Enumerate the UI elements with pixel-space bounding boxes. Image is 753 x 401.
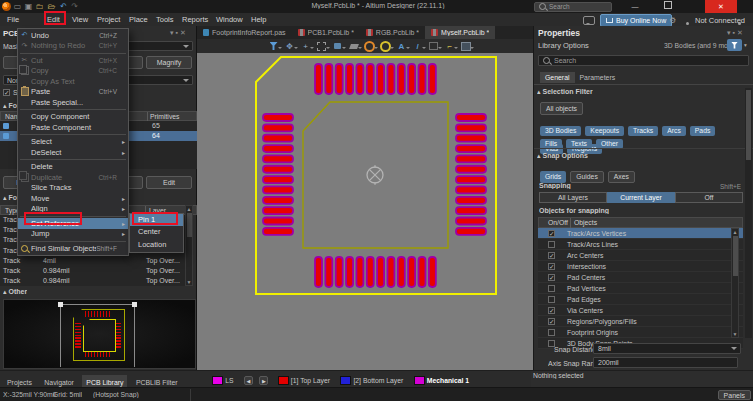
home-icon[interactable]: ⌂ (658, 16, 663, 25)
menu-item-align[interactable]: Align▸ (18, 204, 128, 215)
place-line-icon[interactable]: / (412, 41, 423, 52)
menu-project[interactable]: Project (93, 13, 124, 27)
selection-filter-icon[interactable] (268, 41, 279, 52)
menu-item-set-reference[interactable]: Set Reference▸ (18, 218, 128, 229)
undo-quick-icon[interactable]: ↶ (59, 2, 68, 11)
move-icon[interactable]: ✥ (284, 41, 295, 52)
checkbox-icon[interactable]: ✓ (548, 307, 555, 314)
dimension-icon[interactable]: ⌐ (444, 41, 455, 52)
checkbox-icon[interactable]: ✓ (548, 274, 555, 281)
selection-handle[interactable] (58, 302, 63, 307)
guides-button[interactable]: Guides (570, 171, 604, 183)
checkbox-icon[interactable] (548, 285, 555, 292)
objects-table-scrollbar[interactable]: ▲ ▼ (731, 228, 739, 338)
close-button[interactable]: ✕ (705, 0, 737, 13)
primitives-scrollbar[interactable]: ▲ ▼ (185, 205, 193, 286)
panel-menu-icon[interactable]: ▾ ▪ ✕ (727, 29, 743, 37)
layer-scroll-left[interactable]: ◀ (244, 376, 253, 385)
menu-item-delete[interactable]: Delete (18, 162, 128, 173)
settings-gear-icon[interactable]: ⚙ (669, 16, 676, 25)
off-segment[interactable]: Off (675, 192, 743, 203)
open-project-icon[interactable]: 🗁 (47, 2, 56, 11)
footprint-preview[interactable] (3, 299, 196, 369)
panel-menu-icon[interactable]: ▾ ▪ ✕ (170, 29, 186, 37)
properties-search-input[interactable]: Search (538, 55, 749, 66)
save-all-icon[interactable]: ▣ (24, 2, 33, 11)
checkbox-icon[interactable]: ✓ (548, 230, 555, 237)
snap-distance-dropdown[interactable]: 8mil (593, 343, 741, 354)
open-folder-icon[interactable]: 🗀 (35, 2, 44, 11)
snap-row-via-centers[interactable]: ✓Via Centers (538, 305, 743, 316)
snap-row-intersections[interactable]: ✓Intersections (538, 261, 743, 272)
tab-parameters[interactable]: Parameters (575, 72, 621, 83)
filter-fills[interactable]: Fills (540, 139, 562, 149)
comment-icon[interactable] (583, 16, 595, 25)
pcb-editor-canvas[interactable] (197, 53, 533, 370)
tab-myself-pcblib[interactable]: Myself.PcbLib * (425, 26, 495, 39)
tab-pcb1-pcblib[interactable]: PCB1.PcbLib * (292, 26, 360, 39)
menu-window[interactable]: Window (212, 13, 247, 27)
grids-button[interactable]: Grids (540, 171, 566, 183)
all-layers-segment[interactable]: All Layers (539, 192, 607, 203)
heal-icon[interactable] (348, 41, 359, 52)
menu-item-jump[interactable]: Jump▸ (18, 229, 128, 240)
place-via-icon[interactable] (380, 41, 391, 52)
place-component-icon[interactable] (332, 41, 343, 52)
snap-row-footprint-origins[interactable]: Footprint Origins (538, 327, 743, 338)
snap-options-section[interactable]: ▴ Snap Options (537, 152, 588, 160)
menu-item-paste[interactable]: PasteCtrl+V (18, 87, 128, 98)
checkbox-icon[interactable] (548, 296, 555, 303)
menu-item-paste-component[interactable]: Paste Component (18, 122, 128, 133)
place-string-icon[interactable]: A (396, 41, 407, 52)
menu-view[interactable]: View (68, 13, 92, 27)
submenu-item-pin-1[interactable]: Pin 1 (130, 214, 183, 227)
filter-arcs[interactable]: Arcs (662, 126, 686, 136)
checkbox-icon[interactable]: ✓ (548, 263, 555, 270)
snap-row-pad-centers[interactable]: ✓Pad Centers (538, 272, 743, 283)
snap-row-track-arcs-lines[interactable]: Track/Arcs Lines (538, 239, 743, 250)
layer-scroll-right[interactable]: ▶ (259, 376, 268, 385)
panels-button[interactable]: Panels (718, 390, 751, 400)
place-fill-icon[interactable] (428, 41, 439, 52)
menu-item-deselect[interactable]: DeSelect▸ (18, 147, 128, 158)
tab-footprintinforeport[interactable]: FootprintInfoReport.pas (197, 26, 292, 39)
checkbox-icon[interactable]: ✓ (548, 318, 555, 325)
filter-pads[interactable]: Pads (690, 126, 716, 136)
minimize-button[interactable]: — (622, 0, 648, 13)
submenu-item-center[interactable]: Center (130, 226, 183, 239)
snap-row-track-arcs-vertices[interactable]: ✓Track/Arcs Vertices (538, 228, 743, 239)
menu-item-copy-component[interactable]: Copy Component (18, 112, 128, 123)
snap-crosshair-icon[interactable]: + (300, 41, 311, 52)
submenu-item-location[interactable]: Location (130, 239, 183, 252)
checkbox-icon[interactable] (548, 329, 555, 336)
axis-snap-range-input[interactable]: 200mil (593, 357, 738, 368)
selection-handle[interactable] (132, 302, 137, 307)
current-layer-segment[interactable]: Current Layer (607, 192, 675, 203)
panel-scrollbar[interactable] (745, 88, 752, 338)
tab-rgb-pcblib[interactable]: RGB.PcbLib * (360, 26, 425, 39)
checkbox-icon[interactable]: ✓ (548, 252, 555, 259)
selection-filter-section[interactable]: ▴ Selection Filter (537, 88, 593, 96)
room-icon[interactable] (460, 41, 471, 52)
menu-tools[interactable]: Tools (152, 13, 178, 27)
menu-file[interactable]: File (3, 13, 23, 27)
menu-place[interactable]: Place (125, 13, 152, 27)
snap-row-pad-edges[interactable]: Pad Edges (538, 294, 743, 305)
snap-row-pad-vertices[interactable]: Pad Vertices (538, 283, 743, 294)
select-region-icon[interactable] (316, 41, 327, 52)
tab-general[interactable]: General (540, 72, 575, 83)
filter-other[interactable]: Other (596, 139, 623, 149)
menu-edit[interactable]: Edit (43, 13, 64, 27)
magnify-button[interactable]: Magnify (146, 56, 192, 69)
maximize-button[interactable] (655, 0, 681, 13)
menu-item-find-similar-objects[interactable]: Find Similar ObjectsShift+F (18, 243, 128, 254)
snap-row-arc-centers[interactable]: ✓Arc Centers (538, 250, 743, 261)
menu-item-move[interactable]: Move▸ (18, 193, 128, 204)
filter-dropdown-icon[interactable]: ▾ (744, 42, 747, 48)
menu-reports[interactable]: Reports (178, 13, 212, 27)
primitive-row[interactable]: Track4milTop Over... (0, 256, 185, 266)
menu-help[interactable]: Help (247, 13, 270, 27)
all-objects-button[interactable]: All objects (540, 102, 583, 115)
checkbox-icon[interactable] (548, 241, 555, 248)
filter-tracks[interactable]: Tracks (628, 126, 658, 136)
